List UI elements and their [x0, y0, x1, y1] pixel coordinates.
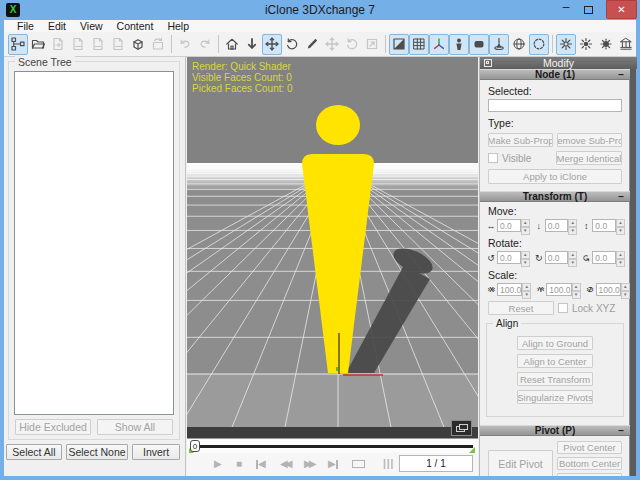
close-button[interactable]: ✕	[606, 0, 637, 19]
preview-3d-button[interactable]	[128, 34, 148, 55]
grid-toggle-button[interactable]	[409, 34, 429, 55]
shadow-toggle-button[interactable]	[469, 34, 489, 55]
section-node[interactable]: Node (1) −	[480, 69, 630, 80]
rotate-object-button[interactable]	[342, 34, 362, 55]
visible-checkbox[interactable]: Visible	[488, 153, 552, 164]
frame-counter[interactable]: 1 / 1	[399, 455, 473, 472]
rotate-x-field[interactable]: 0.0	[497, 251, 521, 264]
pivot-toggle-button[interactable]	[489, 34, 509, 55]
wireframe-globe-toggle-button[interactable]	[509, 34, 529, 55]
scene-tree-button[interactable]	[8, 34, 28, 55]
timeline[interactable]: 0	[187, 438, 478, 453]
reset-transform-button[interactable]: Reset Transform	[517, 372, 593, 386]
play-button[interactable]: ▶	[214, 457, 222, 471]
scale-z-field[interactable]: 100.0	[596, 283, 621, 296]
rotate-z-field[interactable]: 0.0	[592, 251, 616, 264]
section-transform[interactable]: Transform (T) −	[480, 191, 630, 202]
bottom-center-button[interactable]: Bottom Center	[557, 457, 622, 470]
home-view-button[interactable]	[222, 34, 242, 55]
apply-to-iclone-button[interactable]: Apply to iClone	[488, 169, 622, 184]
reset-button[interactable]: Reset	[488, 301, 554, 315]
viewport[interactable]: Render: Quick Shader Visible Faces Count…	[187, 57, 478, 476]
timeline-track[interactable]	[192, 445, 473, 448]
axis-toggle-button[interactable]	[429, 34, 449, 55]
export-fbx-button[interactable]	[68, 34, 88, 55]
singularize-pivots-button[interactable]: Singularize Pivots	[517, 390, 593, 404]
scale-z-spinner[interactable]: ▲▼	[621, 283, 630, 296]
redo-button[interactable]	[195, 34, 215, 55]
move-y-spinner[interactable]: ▲▼	[568, 219, 577, 232]
scale-y-spinner[interactable]: ▲▼	[572, 283, 581, 296]
go-to-end-button[interactable]: ▶	[328, 457, 338, 471]
pick-tool-button[interactable]	[302, 34, 322, 55]
panel-scrollbar[interactable]	[629, 69, 636, 476]
rotate-z-spinner[interactable]: ▲▼	[616, 251, 625, 264]
point-light-toggle-button[interactable]	[556, 34, 576, 55]
selection-outline-toggle-button[interactable]	[529, 34, 549, 55]
scale-object-button[interactable]	[362, 34, 382, 55]
fast-forward-button[interactable]: ▶▶	[304, 457, 313, 471]
align-to-ground-button[interactable]: Align to Ground	[517, 336, 593, 350]
maximize-button[interactable]	[580, 0, 596, 19]
scale-y-field[interactable]: 100.0	[546, 283, 571, 296]
make-sub-prop-button[interactable]: Make Sub-Prop	[488, 133, 553, 147]
move-y-field[interactable]: 0.0	[545, 219, 569, 232]
undo-button[interactable]	[175, 34, 195, 55]
align-to-center-button[interactable]: Align to Center	[517, 354, 593, 368]
move-tool-button[interactable]	[262, 34, 282, 55]
float-viewport-button[interactable]	[451, 420, 472, 436]
collapse-icon[interactable]: −	[618, 192, 624, 202]
section-pivot[interactable]: Pivot (P) −	[480, 425, 630, 436]
move-x-spinner[interactable]: ▲▼	[521, 219, 530, 232]
export-obj-button[interactable]	[88, 34, 108, 55]
rotate-tool-button[interactable]	[282, 34, 302, 55]
scale-x-spinner[interactable]: ▲▼	[522, 283, 531, 296]
rewind-button[interactable]: ◀◀	[280, 457, 289, 471]
lock-xyz-checkbox[interactable]: Lock XYZ	[558, 303, 622, 314]
move-z-field[interactable]: 0.0	[592, 219, 616, 232]
rotate-y-field[interactable]: 0.0	[545, 251, 569, 264]
select-none-button[interactable]: Select None	[66, 444, 128, 460]
export-3ds-button[interactable]	[108, 34, 128, 55]
menu-edit[interactable]: Edit	[41, 20, 73, 32]
viewport-canvas[interactable]: Render: Quick Shader Visible Faces Count…	[187, 57, 478, 427]
menu-help[interactable]: Help	[160, 20, 196, 32]
collapse-icon[interactable]: −	[618, 426, 624, 436]
rotate-x-spinner[interactable]: ▲▼	[521, 251, 530, 264]
scene-root-button[interactable]: Scene Root	[557, 473, 622, 476]
scene-tree-list[interactable]	[14, 71, 174, 415]
menu-content[interactable]: Content	[110, 20, 161, 32]
move-z-spinner[interactable]: ▲▼	[616, 219, 625, 232]
select-all-button[interactable]: Select All	[6, 444, 62, 460]
menu-file[interactable]: File	[10, 20, 41, 32]
background-toggle-button[interactable]	[389, 34, 409, 55]
minimize-button[interactable]: –	[558, 0, 574, 19]
update-to-iclone-button[interactable]	[148, 34, 168, 55]
edit-pivot-button[interactable]: Edit Pivot	[488, 450, 553, 477]
timeline-playhead[interactable]: 0	[190, 440, 200, 452]
move-object-button[interactable]	[322, 34, 342, 55]
export-file-button[interactable]	[48, 34, 68, 55]
menu-view[interactable]: View	[73, 20, 110, 32]
spot-light-toggle-button[interactable]	[576, 34, 596, 55]
camera-down-button[interactable]	[242, 34, 262, 55]
move-x-field[interactable]: 0.0	[497, 219, 521, 232]
scale-x-field[interactable]: 100.0	[497, 283, 522, 296]
stop-button[interactable]: ■	[236, 457, 242, 471]
dock-icon[interactable]	[484, 59, 492, 67]
show-all-button[interactable]: Show All	[97, 419, 173, 435]
invert-button[interactable]: Invert	[132, 444, 180, 460]
stage-toggle-button[interactable]	[616, 34, 636, 55]
frame-step-button[interactable]: |||	[383, 457, 394, 471]
open-file-button[interactable]	[28, 34, 48, 55]
loop-button[interactable]	[352, 460, 365, 468]
merge-identical-button[interactable]: Merge Identical	[556, 151, 622, 165]
dummy-figure-toggle-button[interactable]	[449, 34, 469, 55]
ambient-light-toggle-button[interactable]	[596, 34, 616, 55]
hide-excluded-button[interactable]: Hide Excluded	[15, 419, 91, 435]
collapse-icon[interactable]: −	[618, 70, 624, 80]
go-to-start-button[interactable]: ◀	[256, 457, 266, 471]
pivot-center-button[interactable]: Pivot Center	[557, 441, 622, 454]
remove-sub-prop-button[interactable]: Remove Sub-Prop	[557, 133, 622, 147]
rotate-y-spinner[interactable]: ▲▼	[568, 251, 577, 264]
